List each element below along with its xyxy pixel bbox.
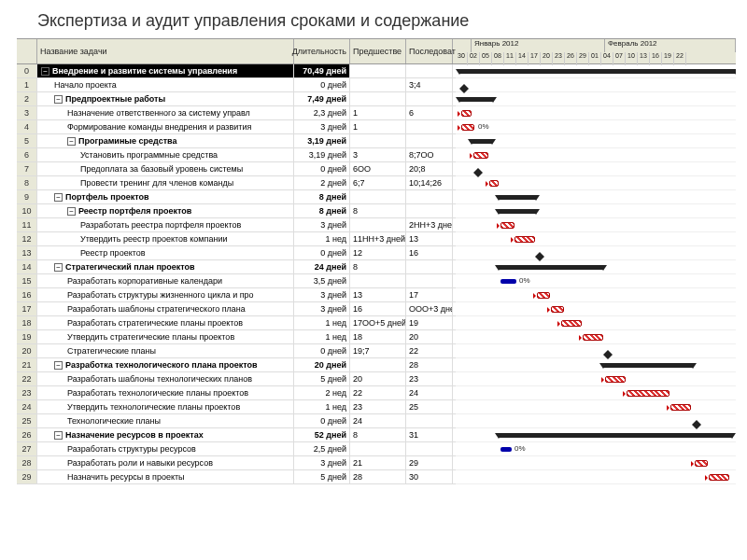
task-name-cell[interactable]: −Предпроектные работы (37, 92, 294, 105)
task-name-cell[interactable]: Установить программные средства (37, 148, 294, 161)
table-row[interactable]: 17Разработать шаблоны стратегического пл… (17, 302, 456, 316)
table-row[interactable]: 27Разработать структуры ресурсов2,5 дней (17, 442, 456, 456)
collapse-icon[interactable]: − (54, 431, 63, 440)
task-name-cell[interactable]: Разработать структуры ресурсов (37, 442, 294, 455)
table-row[interactable]: 1Начало проекта0 дней3;4 (17, 78, 456, 92)
summary-bar[interactable] (459, 69, 736, 74)
table-row[interactable]: 28Разработать роли и навыки ресурсов3 дн… (17, 456, 456, 470)
timeline-pane[interactable]: Январь 2012Февраль 2012 3002050811141720… (456, 38, 736, 524)
duration-cell[interactable]: 2,3 дней (294, 106, 350, 119)
duration-cell[interactable]: 5 дней (294, 470, 350, 483)
succ-cell[interactable]: 29 (406, 456, 453, 469)
task-bar[interactable] (695, 460, 708, 467)
task-name-cell[interactable]: Разработать шаблоны технологических план… (37, 372, 294, 385)
succ-cell[interactable] (406, 64, 453, 77)
pred-cell[interactable]: 12 (350, 246, 406, 259)
table-row[interactable]: 24Утвердить технологические планы проект… (17, 400, 456, 414)
pred-cell[interactable] (350, 274, 406, 287)
gantt-chart[interactable]: 0%0%0% (456, 64, 736, 484)
task-name-cell[interactable]: −Реестр портфеля проектов (37, 204, 294, 217)
collapse-icon[interactable]: − (54, 361, 63, 370)
duration-cell[interactable]: 1 нед (294, 316, 350, 329)
task-bar[interactable] (500, 222, 514, 229)
task-bar[interactable] (551, 306, 564, 313)
table-row[interactable]: 3Назначение ответственного за систему уп… (17, 106, 456, 120)
summary-bar[interactable] (472, 139, 492, 144)
summary-bar[interactable] (603, 363, 693, 368)
task-bar[interactable] (709, 474, 729, 481)
duration-cell[interactable]: 52 дней (294, 428, 350, 441)
task-bar[interactable] (605, 376, 626, 383)
task-name-cell[interactable]: −Назначение ресурсов в проектах (37, 428, 294, 441)
pred-cell[interactable]: 23 (350, 400, 406, 413)
duration-cell[interactable]: 3 дней (294, 120, 350, 133)
collapse-icon[interactable]: − (54, 95, 63, 104)
duration-cell[interactable]: 1 нед (294, 330, 350, 343)
task-name-cell[interactable]: Разработать структуры жизненного цикла и… (37, 288, 294, 301)
succ-cell[interactable]: 2НН+3 дней (406, 218, 453, 231)
table-row[interactable]: 2−Предпроектные работы7,49 дней (17, 92, 456, 106)
col-name-header[interactable]: Название задачи (37, 39, 294, 63)
succ-cell[interactable] (406, 190, 453, 203)
duration-cell[interactable]: 0 дней (294, 246, 350, 259)
pred-cell[interactable]: 24 (350, 414, 406, 427)
duration-cell[interactable]: 3 дней (294, 288, 350, 301)
succ-cell[interactable]: 8;7ОО (406, 148, 453, 161)
table-row[interactable]: 18Разработать стратегические планы проек… (17, 316, 456, 330)
col-pred-header[interactable]: Предшестве (350, 39, 406, 63)
table-row[interactable]: 0−Внедрение и развитие системы управлени… (17, 64, 456, 78)
progress-bar[interactable] (500, 279, 516, 284)
table-row[interactable]: 22Разработать шаблоны технологических пл… (17, 372, 456, 386)
task-name-cell[interactable]: Разработать шаблоны стратегического план… (37, 302, 294, 315)
table-row[interactable]: 10−Реестр портфеля проектов8 дней8 (17, 204, 456, 218)
pred-cell[interactable]: 13 (350, 288, 406, 301)
milestone-marker[interactable] (473, 163, 483, 173)
table-row[interactable]: 25Технологические планы0 дней24 (17, 414, 456, 428)
succ-cell[interactable]: 17 (406, 288, 453, 301)
duration-cell[interactable]: 8 дней (294, 204, 350, 217)
succ-cell[interactable] (406, 442, 453, 455)
table-row[interactable]: 29Назначить ресурсы в проекты5 дней2830 (17, 470, 456, 484)
pred-cell[interactable]: 19;7 (350, 344, 406, 357)
pred-cell[interactable] (350, 218, 406, 231)
task-name-cell[interactable]: Разработать технологические планы проект… (37, 386, 294, 399)
succ-cell[interactable]: 10;14;26 (406, 176, 453, 189)
milestone-marker[interactable] (603, 345, 613, 355)
succ-cell[interactable]: 16 (406, 246, 453, 259)
summary-bar[interactable] (499, 195, 536, 200)
succ-cell[interactable] (406, 414, 453, 427)
succ-cell[interactable] (406, 92, 453, 105)
table-row[interactable]: 13Реестр проектов0 дней1216 (17, 246, 456, 260)
succ-cell[interactable]: 20;8 (406, 162, 453, 175)
task-name-cell[interactable]: −Разработка технологического плана проек… (37, 358, 294, 371)
duration-cell[interactable]: 70,49 дней (294, 64, 350, 77)
succ-cell[interactable] (406, 134, 453, 147)
table-row[interactable]: 6Установить программные средства3,19 дне… (17, 148, 456, 162)
summary-bar[interactable] (499, 209, 536, 214)
task-name-cell[interactable]: Разработать корпоративные календари (37, 274, 294, 287)
pred-cell[interactable]: 1 (350, 120, 406, 133)
duration-cell[interactable]: 3,19 дней (294, 148, 350, 161)
pred-cell[interactable] (350, 134, 406, 147)
pred-cell[interactable]: 8 (350, 204, 406, 217)
summary-bar[interactable] (499, 265, 603, 270)
task-bar[interactable] (537, 292, 550, 299)
task-bar[interactable] (514, 236, 535, 243)
succ-cell[interactable] (406, 204, 453, 217)
succ-cell[interactable] (406, 120, 453, 133)
pred-cell[interactable]: 8 (350, 260, 406, 273)
collapse-icon[interactable]: − (67, 137, 76, 146)
pred-cell[interactable]: 22 (350, 386, 406, 399)
task-name-cell[interactable]: −Програминые средства (37, 134, 294, 147)
task-name-cell[interactable]: Разработать реестра портфеля проектов (37, 218, 294, 231)
succ-cell[interactable]: 25 (406, 400, 453, 413)
task-name-cell[interactable]: Разработать стратегические планы проекто… (37, 316, 294, 329)
duration-cell[interactable]: 0 дней (294, 344, 350, 357)
duration-cell[interactable]: 8 дней (294, 190, 350, 203)
summary-bar[interactable] (499, 433, 732, 438)
task-name-cell[interactable]: Формирование команды внедрения и развити… (37, 120, 294, 133)
progress-bar[interactable] (500, 447, 512, 452)
succ-cell[interactable]: 28 (406, 358, 453, 371)
task-name-cell[interactable]: Утвердить реестр проектов компании (37, 232, 294, 245)
succ-cell[interactable]: 13 (406, 232, 453, 245)
